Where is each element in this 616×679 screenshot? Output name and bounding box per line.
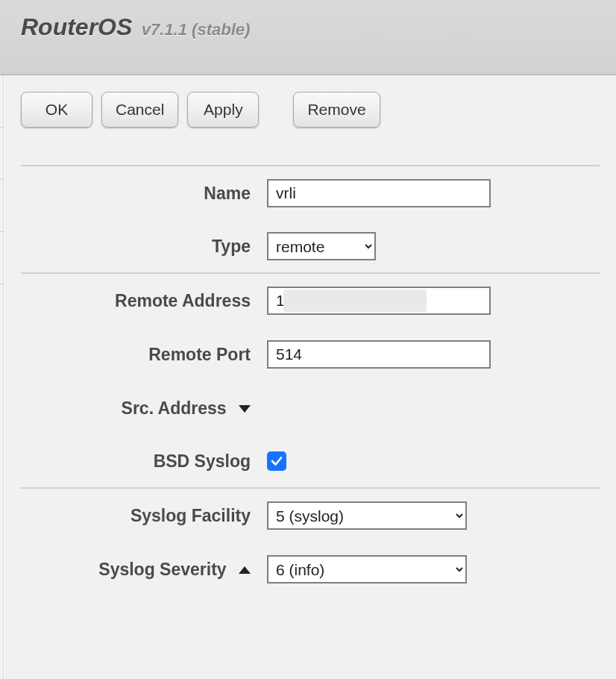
cancel-button[interactable]: Cancel	[101, 92, 178, 128]
name-input[interactable]	[267, 179, 491, 207]
row-syslog-facility: Syslog Facility 5 (syslog)	[21, 489, 600, 542]
header-bar: RouterOS v7.1.1 (stable)	[0, 0, 616, 75]
chevron-down-icon[interactable]	[239, 405, 251, 413]
row-bsd-syslog: BSD Syslog	[21, 435, 600, 489]
toolbar: OK Cancel Apply Remove	[21, 92, 600, 128]
row-remote-address: Remote Address	[21, 274, 600, 328]
row-syslog-severity: Syslog Severity 6 (info)	[21, 542, 600, 596]
check-icon	[270, 454, 283, 468]
remote-port-label: Remote Port	[21, 345, 267, 365]
row-remote-port: Remote Port	[21, 328, 600, 381]
syslog-severity-label: Syslog Severity	[21, 560, 267, 580]
type-label: Type	[21, 237, 267, 257]
src-address-label: Src. Address	[21, 398, 267, 419]
bsd-syslog-checkbox[interactable]	[267, 451, 286, 471]
content-panel: OK Cancel Apply Remove Name Type remote …	[4, 75, 616, 679]
syslog-severity-select[interactable]: 6 (info)	[267, 555, 467, 583]
remote-port-input[interactable]	[267, 340, 491, 369]
syslog-facility-select[interactable]: 5 (syslog)	[267, 501, 467, 530]
apply-button[interactable]: Apply	[187, 92, 259, 128]
settings-form: Name Type remote Remote Address Remote P…	[21, 165, 600, 596]
row-src-address: Src. Address	[21, 381, 600, 435]
name-label: Name	[21, 184, 267, 204]
left-edge-strip	[0, 75, 4, 679]
type-select[interactable]: remote	[267, 232, 376, 260]
syslog-facility-label: Syslog Facility	[21, 506, 267, 526]
app-version: v7.1.1 (stable)	[142, 20, 251, 39]
redacted-overlay	[283, 290, 427, 312]
row-type: Type remote	[21, 220, 600, 274]
row-name: Name	[21, 166, 600, 220]
remove-button[interactable]: Remove	[293, 92, 380, 128]
ok-button[interactable]: OK	[21, 92, 92, 128]
app-title: RouterOS	[21, 13, 132, 41]
bsd-syslog-label: BSD Syslog	[21, 451, 267, 472]
chevron-up-icon[interactable]	[239, 566, 251, 574]
remote-address-label: Remote Address	[21, 291, 267, 311]
